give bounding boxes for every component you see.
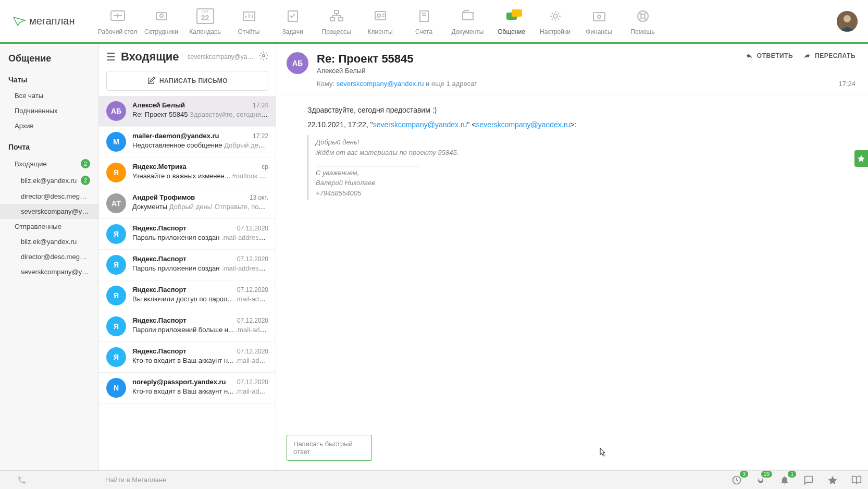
bell-icon[interactable]: 1 — [779, 475, 790, 485]
sidebar-account[interactable]: severskcompany@yandex.ru — [0, 204, 98, 219]
gear-icon[interactable] — [259, 51, 268, 63]
sidebar-sent[interactable]: Отправленные — [0, 219, 98, 234]
nav-invoices[interactable]: Счета — [402, 7, 446, 35]
sidebar-account[interactable]: bliz.ek@yandex.ru — [0, 234, 98, 249]
mail-preview: .mail-addres... — [235, 357, 268, 364]
processes-icon — [325, 7, 349, 25]
recipient-link[interactable]: severskcompany@yandex.ru — [337, 80, 424, 88]
nav-employees[interactable]: Сотрудники — [140, 7, 183, 35]
help-icon — [631, 7, 655, 25]
favorites-tab[interactable] — [854, 150, 868, 167]
nav-clients[interactable]: Клиенты — [358, 7, 402, 35]
mail-list-item[interactable]: M mailer-daemon@yandex.ru17:22 Недоставл… — [99, 127, 276, 157]
reader-avatar: АБ — [287, 52, 308, 74]
mail-subject-preview: Узнавайте о важных изменен... — [132, 172, 230, 180]
nav-calendar[interactable]: ОКТ22Календарь — [183, 7, 227, 35]
logo[interactable]: мегаплан — [13, 15, 75, 27]
mail-list-item[interactable]: Я Яндекс.Паспорт07.12.2020 Пароль прилож… — [99, 219, 276, 250]
menu-icon[interactable]: ☰ — [106, 51, 116, 63]
sidebar-account[interactable]: bliz.ek@yandex.ru2 — [0, 172, 98, 189]
sidebar-account[interactable]: director@desc.megaplan.ru — [0, 189, 98, 204]
mail-subject-preview: Пароли приложений больше н... — [132, 326, 234, 334]
mail-preview: .mail-address a, ... — [221, 234, 268, 241]
clock-icon[interactable]: 3 — [731, 475, 742, 485]
nav-settings[interactable]: Настройки — [534, 7, 577, 35]
sidebar-account[interactable]: severskcompany@yandex.ru — [0, 264, 98, 279]
mail-list-column: ☰ Входящие severskcompany@yandex... НАПИ… — [99, 44, 276, 470]
star-nav-icon[interactable] — [827, 475, 838, 485]
svg-point-11 — [377, 14, 380, 17]
sender-avatar: M — [106, 132, 126, 152]
inbox-badge: 2 — [81, 159, 90, 168]
mail-date: 13 окт. — [250, 194, 268, 201]
documents-icon — [456, 7, 480, 25]
nav-documents[interactable]: Документы — [446, 7, 490, 35]
mail-list-account[interactable]: severskcompany@yandex... — [188, 53, 254, 60]
svg-rect-7 — [334, 10, 339, 14]
sender-avatar: Я — [106, 286, 126, 305]
mail-subject-preview: Пароль приложения создан — [132, 264, 219, 272]
mail-list-item[interactable]: Я Яндекс.Паспорт07.12.2020 Пароль прилож… — [99, 250, 276, 280]
sender-avatar: АБ — [106, 101, 126, 121]
forward-button[interactable]: ПЕРЕСЛАТЬ — [802, 52, 855, 59]
sidebar-account[interactable]: director@desc.megaplan.ru — [0, 249, 98, 264]
sidebar-group-mail[interactable]: Почта — [0, 139, 98, 155]
mail-list-item[interactable]: Я Яндекс.Паспорт07.12.2020 Вы включили д… — [99, 280, 276, 311]
sender-name: mailer-daemon@yandex.ru — [132, 132, 219, 140]
calendar-icon: ОКТ22 — [193, 7, 217, 25]
phone-icon[interactable] — [6, 475, 38, 485]
forward-label: ПЕРЕСЛАТЬ — [815, 52, 855, 59]
mail-subject-preview: Кто-то входит в Ваш аккаунт н... — [132, 387, 233, 395]
reply-button[interactable]: ОТВЕТИТЬ — [745, 52, 793, 59]
sender-name: Яндекс.Паспорт — [132, 255, 187, 263]
mail-preview: #outlook a {... — [232, 172, 268, 180]
mail-recipients: Кому: severskcompany@yandex.ru и еще 1 а… — [317, 80, 855, 88]
fire-badge: 29 — [761, 471, 772, 478]
mail-date: 07.12.2020 — [237, 255, 268, 263]
mail-from[interactable]: Алексей Белый — [317, 67, 745, 75]
quoted-message: Добрый день! Ждём от вас материалы по пр… — [307, 135, 837, 200]
nav-processes[interactable]: Процессы — [315, 7, 358, 35]
mail-list-item[interactable]: АТ Андрей Трофимов13 окт. Документы Добр… — [99, 188, 276, 219]
nav-reports[interactable]: Отчёты — [227, 7, 271, 35]
sidebar-chat-item[interactable]: Архив — [0, 118, 98, 133]
mail-body: Здравствуйте, сегодня предоставим :) 22.… — [276, 94, 868, 435]
finance-icon — [587, 7, 611, 25]
mail-list-item[interactable]: Я Яндекс.Паспорт07.12.2020 Пароли прилож… — [99, 311, 276, 342]
mail-list-item[interactable]: Я Яндекс.Паспорт07.12.2020 Кто-то входит… — [99, 342, 276, 373]
nav-finance[interactable]: Финансы — [577, 7, 621, 35]
svg-point-24 — [844, 15, 851, 22]
sidebar-group-chats[interactable]: Чаты — [0, 71, 98, 88]
quick-reply-input[interactable]: Написать быстрый ответ — [287, 435, 372, 461]
sidebar-chat-item[interactable]: Подчиненных — [0, 103, 98, 118]
reply-icon — [745, 52, 754, 59]
nav-help[interactable]: Помощь — [621, 7, 665, 35]
mail-preview: .mail-addres... — [235, 295, 268, 303]
book-icon[interactable] — [851, 475, 862, 485]
fire-icon[interactable]: 29 — [755, 475, 766, 485]
tasks-icon — [281, 7, 305, 25]
sender-avatar: Я — [106, 316, 126, 336]
reports-icon — [237, 7, 261, 25]
svg-point-22 — [641, 14, 645, 18]
bottom-bar: Найти в Мегаплане 3 29 1 — [0, 470, 868, 489]
nav-chat[interactable]: Общение — [490, 7, 534, 35]
user-avatar[interactable] — [837, 11, 858, 32]
chat-icon[interactable] — [803, 475, 814, 485]
mail-subject-preview: Вы включили доступ по парол... — [132, 295, 233, 303]
nav-desktop[interactable]: Рабочий стол — [96, 7, 140, 35]
mail-list-item[interactable]: N noreply@passport.yandex.ru07.12.2020 К… — [99, 373, 276, 404]
compose-button[interactable]: НАПИСАТЬ ПИСЬМО — [106, 71, 268, 91]
global-search[interactable]: Найти в Мегаплане — [38, 476, 731, 484]
mail-date: 07.12.2020 — [237, 378, 268, 386]
mail-list-item[interactable]: Я Яндекс.Метрикаср Узнавайте о важных из… — [99, 157, 276, 188]
sidebar-chat-item[interactable]: Все чаты — [0, 88, 98, 103]
nav-tasks[interactable]: Задачи — [271, 7, 315, 35]
mail-list-item[interactable]: АБ Алексей Белый17:24 Re: Проект 55845 З… — [99, 96, 276, 127]
mail-reader: АБ Re: Проект 55845 Алексей Белый ОТВЕТИ… — [276, 44, 868, 470]
svg-point-4 — [160, 14, 163, 17]
compose-label: НАПИСАТЬ ПИСЬМО — [159, 77, 228, 84]
bell-badge: 1 — [788, 471, 796, 478]
sidebar-inbox-label: Входящие — [15, 160, 47, 168]
sidebar-inbox[interactable]: Входящие 2 — [0, 155, 98, 172]
